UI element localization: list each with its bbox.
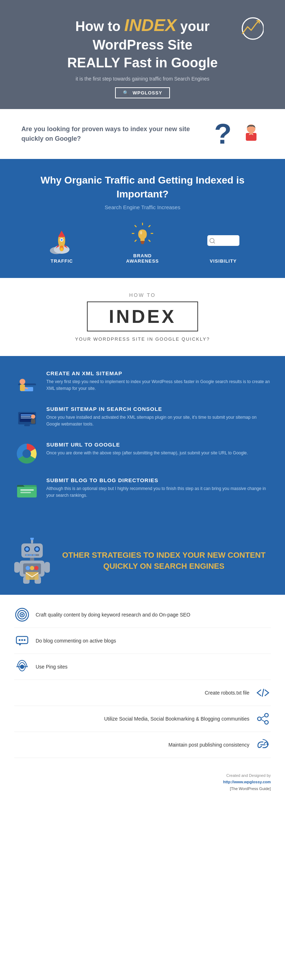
step-content-1: CREATE AN XML SITEMAP The very first ste… <box>46 370 271 392</box>
step-desc-3: Once you are done with the above step (a… <box>46 450 248 457</box>
strategy-text-5: Utilize Social Media, Social Bookmarking… <box>14 716 249 722</box>
howto-desc: YOUR WORDPRESS SITE IN GOOGLE QUICKLY? <box>21 336 264 342</box>
icons-row: TRAFFIC <box>21 221 264 264</box>
svg-rect-60 <box>33 555 36 555</box>
step-desc-1: The very first step you need to implemen… <box>46 379 271 392</box>
svg-rect-59 <box>29 555 32 555</box>
svg-rect-67 <box>14 562 19 573</box>
svg-point-42 <box>31 414 35 419</box>
step-content-4: SUBMIT BLOG TO BLOG DIRECTORIES Although… <box>46 477 271 499</box>
howto-box: INDEX <box>87 301 198 331</box>
share-icon <box>255 711 271 727</box>
svg-rect-39 <box>21 418 32 418</box>
strategy-item-1: Craft quality content by doing keyword r… <box>14 602 271 628</box>
question-text: Are you looking for proven ways to index… <box>21 124 204 144</box>
svg-point-79 <box>24 639 25 641</box>
link-icon <box>255 737 271 752</box>
brand-icon-item: BRAND AWARENESS <box>102 221 183 264</box>
svg-point-64 <box>25 566 30 570</box>
header-badge: 🔍 WPGLOSSY <box>115 87 170 99</box>
strategy-item-5: Utilize Social Media, Social Bookmarking… <box>14 706 271 732</box>
header-section: How to INDEX your WordPress Site REALLY … <box>0 0 285 109</box>
step-item-3: SUBMIT URL TO GOOGLE Once you are done w… <box>14 442 271 466</box>
svg-rect-38 <box>21 416 31 417</box>
step-content-3: SUBMIT URL TO GOOGLE Once you are done w… <box>46 442 248 457</box>
why-title: Why Organic Traffic and Getting Indexed … <box>21 173 264 201</box>
svg-marker-90 <box>266 743 268 746</box>
svg-line-83 <box>262 689 264 696</box>
svg-point-86 <box>265 721 268 724</box>
footer-text: Created and Designed by http://www.wpglo… <box>14 772 271 792</box>
svg-rect-71 <box>25 572 38 580</box>
step-icon-4 <box>14 477 39 502</box>
strategies-title: OTHER STRATEGIES TO INDEX YOUR NEW CONTE… <box>57 550 271 572</box>
svg-point-78 <box>21 639 23 641</box>
svg-point-10 <box>61 239 63 241</box>
svg-line-87 <box>261 716 265 718</box>
strategy-item-2: Do blog commenting on active blogs <box>14 628 271 654</box>
svg-rect-23 <box>141 242 144 243</box>
brand-label: BRAND AWARENESS <box>102 253 183 264</box>
svg-point-45 <box>22 449 31 458</box>
step-item-1: CREATE AN XML SITEMAP The very first ste… <box>14 370 271 395</box>
strategy-text-2: Do blog commenting on active blogs <box>36 638 271 644</box>
question-section: Are you looking for proven ways to index… <box>0 109 285 159</box>
svg-point-54 <box>25 547 29 551</box>
traffic-svg <box>21 226 102 255</box>
question-icons: ? <box>214 120 264 148</box>
traffic-icon-item: TRAFFIC <box>21 226 102 264</box>
svg-point-65 <box>30 566 34 570</box>
strategy-text-3: Use Ping sites <box>36 664 271 670</box>
howto-index-word: INDEX <box>109 306 176 327</box>
svg-point-51 <box>30 538 34 540</box>
brand-svg <box>102 221 183 250</box>
step-content-2: SUBMIT SITEMAP IN SEARCH CONSOLE Once yo… <box>46 406 271 428</box>
svg-rect-43 <box>31 419 35 424</box>
svg-marker-8 <box>58 231 65 237</box>
search-icon: 🔍 <box>123 90 129 95</box>
svg-point-75 <box>21 614 23 616</box>
svg-rect-24 <box>141 243 144 244</box>
strategies-top: OTHER STRATEGIES TO INDEX YOUR NEW CONTE… <box>0 527 285 595</box>
svg-line-21 <box>135 240 137 242</box>
svg-line-16 <box>148 225 150 227</box>
step-desc-2: Once you have installed and activated th… <box>46 414 271 428</box>
svg-point-14 <box>60 248 63 251</box>
svg-point-84 <box>265 713 268 717</box>
steps-section: CREATE AN XML SITEMAP The very first ste… <box>0 356 285 527</box>
svg-rect-61 <box>30 558 34 560</box>
step-title-1: CREATE AN XML SITEMAP <box>46 370 271 376</box>
question-mark-icon: ? <box>214 120 232 148</box>
header-subtitle: it is the first step towards gaining tra… <box>29 76 256 82</box>
step-item-2: SUBMIT SITEMAP IN SEARCH CONSOLE Once yo… <box>14 406 271 431</box>
code-icon <box>255 685 271 701</box>
visibility-label: VISIBILITY <box>183 258 264 264</box>
step-title-2: SUBMIT SITEMAP IN SEARCH CONSOLE <box>46 406 271 412</box>
svg-point-66 <box>34 566 38 570</box>
svg-rect-26 <box>207 235 239 246</box>
header-title: How to INDEX your WordPress Site REALLY … <box>29 14 256 72</box>
svg-point-85 <box>258 717 261 721</box>
svg-rect-48 <box>20 489 34 491</box>
step-item-4: SUBMIT BLOG TO BLOG DIRECTORIES Although… <box>14 477 271 502</box>
svg-rect-41 <box>22 426 32 428</box>
svg-line-19 <box>135 225 137 227</box>
footer-section: Created and Designed by http://www.wpglo… <box>0 765 285 803</box>
svg-rect-58 <box>25 555 29 555</box>
svg-line-88 <box>261 719 265 722</box>
svg-rect-49 <box>20 492 31 493</box>
step-icon-1 <box>14 370 39 395</box>
visibility-icon-item: VISIBILITY <box>183 226 264 264</box>
strategy-item-3: Use Ping sites <box>14 654 271 680</box>
why-section: Why Organic Traffic and Getting Indexed … <box>0 159 285 278</box>
strategies-section: OTHER STRATEGIES TO INDEX YOUR NEW CONTE… <box>0 527 285 765</box>
step-title-3: SUBMIT URL TO GOOGLE <box>46 442 248 448</box>
robot-icon <box>14 538 50 584</box>
ping-icon <box>14 659 30 675</box>
svg-point-56 <box>35 547 39 551</box>
traffic-label: TRAFFIC <box>21 258 102 264</box>
strategy-text-1: Craft quality content by doing keyword r… <box>36 612 271 617</box>
strategies-list: Craft quality content by doing keyword r… <box>0 595 285 765</box>
step-icon-3 <box>14 442 39 466</box>
step-title-4: SUBMIT BLOG TO BLOG DIRECTORIES <box>46 477 271 483</box>
